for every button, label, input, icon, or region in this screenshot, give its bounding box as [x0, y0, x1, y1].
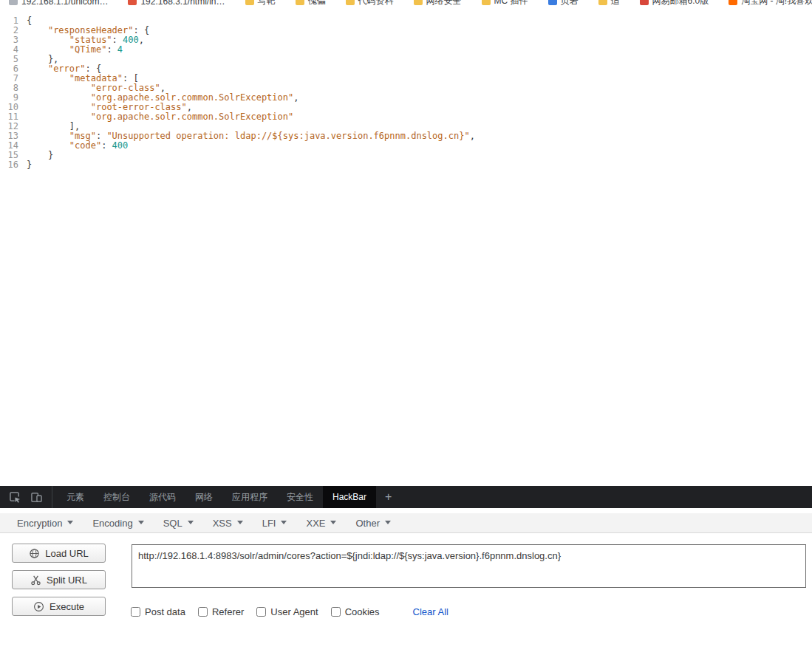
bookmark-label: 192.168.1.1/unicom… — [21, 0, 108, 7]
bookmark-label: 写靶 — [258, 0, 276, 7]
new-tab-plus-icon[interactable]: + — [376, 486, 400, 508]
devtools-tab-bar: 元素控制台源代码网络应用程序安全性HackBar + — [0, 486, 812, 508]
folder-icon — [414, 0, 423, 5]
button-label: Split URL — [47, 575, 87, 586]
bookmark-item[interactable]: 192.168.3.1/html/in… — [128, 0, 225, 7]
checkbox-label: Post data — [145, 606, 185, 617]
bookmark-item[interactable]: 淘宝网 - 淘!我喜欢 — [729, 0, 812, 7]
devtools-tab-网络[interactable]: 网络 — [185, 486, 222, 508]
json-lines: 1{2 "responseHeader": {3 "status": 400,4… — [0, 16, 812, 170]
checkbox-label: Cookies — [345, 606, 380, 617]
devtools-tab-安全性[interactable]: 安全性 — [277, 486, 323, 508]
bookmark-item[interactable]: 代码资料 — [346, 0, 394, 7]
site-icon-blue — [548, 0, 557, 5]
bookmark-item[interactable]: 网易邮箱6.0版 — [640, 0, 709, 7]
devtools-gap — [0, 508, 812, 513]
split-url-icon — [30, 575, 41, 586]
bookmark-item[interactable]: 写靶 — [245, 0, 276, 7]
hackbar-menu-xxe[interactable]: XXE — [296, 518, 346, 529]
hackbar-menu-lfi[interactable]: LFI — [253, 518, 297, 529]
folder-icon — [482, 0, 491, 5]
bookmark-label: 傀儡 — [308, 0, 326, 7]
bookmark-item[interactable]: 192.168.1.1/unicom… — [9, 0, 108, 7]
bookmark-label: 网易邮箱6.0版 — [652, 0, 709, 7]
folder-icon — [598, 0, 607, 5]
hackbar-checkboxes: Post dataRefererUser AgentCookies — [131, 606, 392, 617]
split-url-button[interactable]: Split URL — [12, 570, 106, 589]
bookmark-label: 192.168.3.1/html/in… — [140, 0, 225, 7]
hackbar-menu-sql[interactable]: SQL — [154, 518, 203, 529]
json-line: 4 "QTime": 4 — [0, 45, 812, 55]
folder-icon — [346, 0, 355, 5]
checkbox-input[interactable] — [331, 607, 341, 617]
hackbar-menu-bar: EncryptionEncodingSQLXSSLFIXXEOther — [0, 513, 812, 533]
devtools-tab-元素[interactable]: 元素 — [57, 486, 94, 508]
hackbar-button-column: Load URLSplit URLExecute — [12, 544, 106, 623]
checkbox-label: Referer — [212, 606, 244, 617]
json-line: 14 "code": 400 — [0, 141, 812, 151]
devtools-toolbar-icons — [0, 486, 52, 508]
site-icon-red — [128, 0, 137, 5]
execute-icon — [33, 601, 44, 612]
checkbox-cookies[interactable]: Cookies — [331, 606, 380, 617]
devtools-tabs: 元素控制台源代码网络应用程序安全性HackBar — [57, 486, 376, 508]
bookmark-item[interactable]: 贝岩 — [548, 0, 579, 7]
bookmarks-row: 192.168.1.1/unicom…192.168.3.1/html/in…写… — [9, 0, 812, 7]
button-label: Execute — [50, 601, 84, 612]
url-input[interactable]: http://192.168.1.4:8983/solr/admin/cores… — [132, 544, 806, 588]
json-response-viewer: 1{2 "responseHeader": {3 "status": 400,4… — [0, 7, 812, 486]
bookmark-label: 适 — [611, 0, 620, 7]
bookmark-label: 淘宝网 - 淘!我喜欢 — [741, 0, 812, 7]
hackbar-menu-other[interactable]: Other — [346, 518, 400, 529]
checkbox-input[interactable] — [198, 607, 208, 617]
json-line: 15 } — [0, 151, 812, 160]
json-line-code: } — [27, 160, 32, 170]
load-url-icon — [29, 548, 40, 559]
hackbar-menu-encoding[interactable]: Encoding — [83, 518, 153, 529]
bookmark-item[interactable]: 适 — [598, 0, 620, 7]
execute-button[interactable]: Execute — [12, 597, 106, 616]
json-line: 16} — [0, 160, 812, 170]
json-line: 5 }, — [0, 55, 812, 64]
hackbar-panel: Load URLSplit URLExecute http://192.168.… — [0, 533, 812, 657]
load-url-button[interactable]: Load URL — [12, 544, 106, 563]
button-label: Load URL — [45, 548, 89, 559]
checkbox-post-data[interactable]: Post data — [131, 606, 185, 617]
devtools-tab-HackBar[interactable]: HackBar — [323, 486, 376, 508]
bookmark-item[interactable]: 网络安全 — [414, 0, 462, 7]
hackbar-menu-encryption[interactable]: Encryption — [7, 518, 83, 529]
bookmark-label: 代码资料 — [358, 0, 394, 7]
hackbar-options-row: Post dataRefererUser AgentCookies Clear … — [131, 606, 448, 617]
inspect-element-icon[interactable] — [10, 492, 21, 503]
folder-icon — [245, 0, 254, 5]
devtools-tab-源代码[interactable]: 源代码 — [140, 486, 185, 508]
folder-icon — [296, 0, 304, 5]
devtools-tab-控制台[interactable]: 控制台 — [94, 486, 140, 508]
hackbar-menu-xss[interactable]: XSS — [203, 518, 253, 529]
checkbox-user-agent[interactable]: User Agent — [256, 606, 318, 617]
checkbox-label: User Agent — [270, 606, 318, 617]
bookmark-item[interactable]: MC 插件 — [482, 0, 528, 7]
site-icon-red2 — [640, 0, 649, 5]
device-toolbar-icon[interactable] — [31, 492, 42, 503]
bookmark-label: 贝岩 — [561, 0, 579, 7]
bookmarks-bar: 192.168.1.1/unicom…192.168.3.1/html/in…写… — [0, 0, 812, 7]
json-line: 11 "org.apache.solr.common.SolrException… — [0, 112, 812, 122]
checkbox-input[interactable] — [131, 607, 140, 617]
clear-all-link[interactable]: Clear All — [413, 606, 448, 617]
checkbox-referer[interactable]: Referer — [198, 606, 244, 617]
site-icon-orange — [729, 0, 737, 5]
bookmark-label: 网络安全 — [426, 0, 462, 7]
checkbox-input[interactable] — [256, 607, 266, 617]
devtools-tab-应用程序[interactable]: 应用程序 — [222, 486, 277, 508]
line-number: 16 — [0, 160, 27, 170]
bookmark-item[interactable]: 傀儡 — [296, 0, 326, 7]
page-icon — [9, 0, 18, 5]
bookmark-label: MC 插件 — [494, 0, 528, 7]
